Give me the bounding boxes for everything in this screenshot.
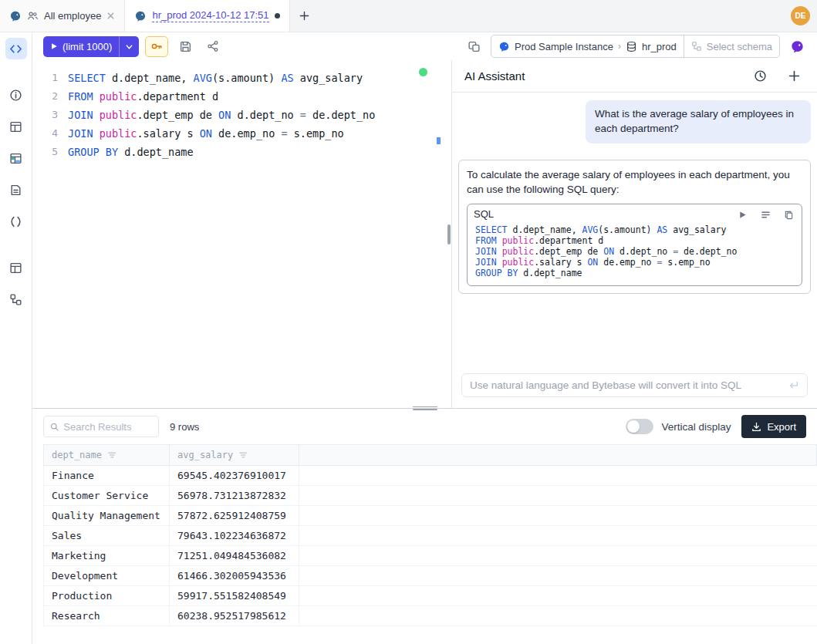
code-line[interactable]: GROUP BY d.dept_name (68, 143, 446, 161)
insert-sql-button[interactable] (758, 207, 772, 221)
search-results-input[interactable] (63, 421, 152, 433)
cell-dept-name[interactable]: Quality Management (44, 506, 170, 526)
cell-filler (299, 506, 817, 526)
save-icon (179, 40, 192, 53)
code-line[interactable]: SELECT d.dept_name, AVG(s.amount) AS avg… (68, 69, 446, 87)
new-chat-button[interactable] (783, 66, 805, 86)
cell-dept-name[interactable]: Finance (44, 466, 170, 486)
cell-avg-salary[interactable]: 59917.551582408549 (170, 586, 299, 606)
cell-dept-name[interactable]: Sales (44, 526, 170, 546)
sidebar-item-functions[interactable] (5, 211, 27, 232)
cell-avg-salary[interactable]: 69545.402376910017 (170, 466, 299, 486)
play-icon (738, 211, 747, 219)
ai-assistant-panel: AI Assistant What is the average salary … (452, 60, 817, 408)
avatar[interactable]: DE (791, 6, 810, 25)
table-row[interactable]: Quality Management57872.625912408759 (44, 506, 817, 526)
toggle-label: Vertical display (661, 421, 731, 433)
ai-input-wrap (461, 373, 808, 397)
code-language-label: SQL (474, 207, 735, 222)
header-filler (299, 445, 817, 466)
cell-dept-name[interactable]: Research (44, 606, 170, 626)
cell-dept-name[interactable]: Marketing (44, 546, 170, 566)
code-line[interactable]: JOIN public.dept_emp de ON d.dept_no = d… (68, 106, 446, 124)
schema-select[interactable]: Select schema (684, 35, 779, 57)
sidebar-item-tables[interactable] (5, 116, 27, 137)
schema-placeholder: Select schema (707, 41, 772, 52)
unsaved-dot (275, 13, 280, 19)
run-options-caret[interactable] (120, 42, 139, 51)
info-icon (9, 89, 22, 102)
close-tab-icon[interactable] (106, 12, 115, 20)
cell-avg-salary[interactable]: 79643.102234636872 (170, 526, 299, 546)
cell-avg-salary[interactable]: 56978.731213872832 (170, 486, 299, 506)
answer-intro: To calculate the average salary of emplo… (467, 167, 802, 197)
cell-filler (299, 586, 817, 606)
sidebar-item-worksheet[interactable] (5, 179, 27, 201)
share-button[interactable] (202, 36, 224, 57)
sidebar-item-editor[interactable] (5, 38, 27, 59)
pg-client-button[interactable] (786, 36, 808, 57)
editor-code[interactable]: SELECT d.dept_name, AVG(s.amount) AS avg… (68, 69, 446, 408)
tab-label: All employee (44, 10, 101, 22)
search-results-box[interactable] (43, 416, 159, 437)
cell-dept-name[interactable]: Customer Service (44, 486, 170, 506)
tab-hr-prod[interactable]: hr_prod 2024-10-12 17:51 (125, 0, 289, 32)
sheet-icon (9, 184, 22, 197)
ai-input[interactable] (470, 379, 782, 391)
cell-filler (299, 546, 817, 566)
sidebar-item-data[interactable] (5, 147, 27, 169)
row-count: 9 rows (170, 421, 199, 433)
cell-avg-salary[interactable]: 61466.302005943536 (170, 566, 299, 586)
sidebar-item-schema-diagram[interactable] (5, 288, 27, 310)
column-header-dept_name[interactable]: dept_name (44, 445, 170, 466)
table-row[interactable]: Research60238.952517985612 (44, 606, 817, 626)
execute-sql-button[interactable] (735, 207, 749, 221)
table-row[interactable]: Sales79643.102234636872 (44, 526, 817, 546)
cell-avg-salary[interactable]: 71251.049484536082 (170, 546, 299, 566)
table-row[interactable]: Development61466.302005943536 (44, 566, 817, 586)
save-button[interactable] (174, 36, 196, 57)
vertical-splitter[interactable] (446, 60, 452, 408)
database-name: hr_prod (642, 41, 677, 52)
postgres-icon (9, 10, 22, 22)
code-line[interactable]: JOIN public.salary s ON de.emp_no = s.em… (68, 124, 446, 143)
cell-avg-salary[interactable]: 57872.625912408759 (170, 506, 299, 526)
splitter-handle[interactable] (447, 224, 451, 244)
admin-mode-button[interactable] (145, 36, 168, 57)
run-button[interactable]: (limit 1000) (43, 36, 139, 57)
table-row[interactable]: Marketing71251.049484536082 (44, 546, 817, 566)
sidebar-item-info[interactable] (5, 84, 27, 106)
cell-avg-salary[interactable]: 60238.952517985612 (170, 606, 299, 626)
cell-dept-name[interactable]: Development (44, 566, 170, 586)
horizontal-splitter[interactable] (413, 405, 437, 411)
scroll-ruler-mark (437, 137, 441, 144)
copy-sql-button[interactable] (782, 207, 795, 221)
table-row[interactable]: Production59917.551582408549 (44, 586, 817, 606)
search-icon (50, 422, 59, 432)
vertical-display-toggle[interactable] (626, 419, 653, 434)
run-label: (limit 1000) (62, 41, 112, 52)
sidebar-item-result-tables[interactable] (5, 257, 27, 278)
line-number: 4 (32, 124, 58, 143)
sort-icon[interactable] (108, 451, 116, 459)
code-line[interactable]: FROM public.department d (68, 87, 446, 106)
tab-bar: All employee hr_prod 2024-10-12 17:51 DE (0, 0, 817, 32)
sql-editor[interactable]: 12345 SELECT d.dept_name, AVG(s.amount) … (32, 60, 446, 408)
export-label: Export (767, 421, 796, 433)
ai-code-line: JOIN public.salary s ON de.emp_no = s.em… (475, 257, 794, 268)
column-header-avg_salary[interactable]: avg_salary (170, 445, 299, 466)
ai-code-line: JOIN public.dept_emp de ON d.dept_no = d… (475, 246, 794, 257)
new-tab-button[interactable] (290, 0, 319, 32)
cell-dept-name[interactable]: Production (44, 586, 170, 606)
line-number: 5 (32, 143, 58, 161)
table-row[interactable]: Finance69545.402376910017 (44, 466, 817, 486)
chat-history-button[interactable] (749, 66, 771, 86)
format-icon (468, 40, 481, 53)
table-row[interactable]: Customer Service56978.731213872832 (44, 486, 817, 506)
export-button[interactable]: Export (741, 415, 806, 438)
clock-icon (754, 69, 767, 83)
instance-selector[interactable]: Prod Sample Instance › hr_prod (491, 35, 684, 57)
format-button[interactable] (463, 36, 484, 57)
tab-all-employee[interactable]: All employee (0, 0, 125, 32)
sort-icon[interactable] (239, 451, 248, 459)
